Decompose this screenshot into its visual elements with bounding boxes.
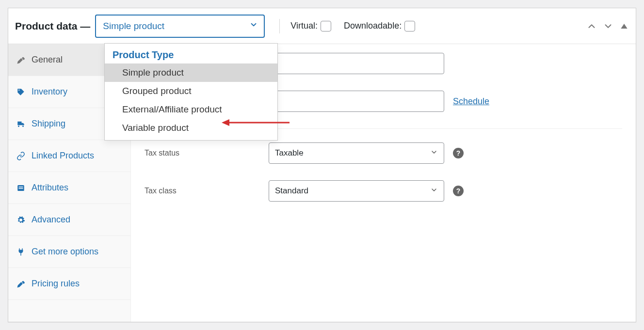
sidebar-item-pricing-rules[interactable]: Pricing rules	[8, 268, 130, 300]
list-icon	[16, 184, 26, 192]
collapse-toggle-icon[interactable]	[619, 21, 629, 31]
link-icon	[16, 152, 26, 160]
help-icon[interactable]: ?	[453, 148, 464, 158]
title-dash: —	[80, 20, 90, 32]
dropdown-group-label: Product Type	[105, 46, 277, 63]
virtual-field: Virtual:	[290, 21, 331, 31]
regular-price-input[interactable]	[269, 53, 444, 74]
sidebar-item-label: Attributes	[32, 183, 68, 193]
gear-icon	[16, 216, 26, 224]
sidebar-item-label: Linked Products	[32, 151, 94, 161]
vertical-separator	[279, 19, 280, 33]
tax-class-select[interactable]: Standard	[269, 180, 444, 202]
sidebar-item-label: Shipping	[32, 119, 65, 129]
product-type-dropdown[interactable]: Product Type Simple product Grouped prod…	[104, 43, 278, 141]
wrench-icon	[16, 280, 26, 288]
product-type-select-value: Simple product	[103, 21, 164, 31]
sidebar-item-label: Get more options	[32, 247, 98, 257]
product-type-select[interactable]: Simple product	[95, 15, 265, 38]
tax-status-value: Taxable	[275, 148, 304, 158]
panel-header: Product data — Simple product Virtual: D…	[8, 8, 636, 44]
panel-body: General Inventory Shipping Linked Produc…	[8, 44, 636, 322]
schedule-link[interactable]: Schedule	[453, 96, 489, 107]
dropdown-option-external-affiliate-product[interactable]: External/Affiliate product	[105, 100, 277, 119]
dropdown-option-grouped-product[interactable]: Grouped product	[105, 82, 277, 100]
tax-class-value: Standard	[275, 186, 308, 196]
tax-status-label: Tax status	[145, 149, 269, 157]
downloadable-checkbox[interactable]	[404, 21, 415, 31]
tax-status-row: Tax status Taxable ?	[145, 142, 622, 164]
move-up-icon[interactable]	[586, 21, 597, 31]
virtual-checkbox[interactable]	[321, 21, 331, 31]
sidebar-item-label: Inventory	[32, 87, 67, 97]
svg-rect-1	[19, 187, 23, 188]
tax-status-select[interactable]: Taxable	[269, 142, 444, 164]
chevron-down-icon	[249, 20, 258, 31]
wrench-icon	[16, 56, 26, 64]
downloadable-field: Downloadable:	[344, 21, 415, 31]
move-down-icon[interactable]	[603, 21, 613, 31]
product-data-panel: Product data — Simple product Virtual: D…	[8, 8, 636, 322]
plug-icon	[16, 248, 26, 256]
sidebar-item-label: Pricing rules	[32, 279, 80, 289]
chevron-down-icon	[430, 148, 438, 158]
sidebar-item-get-more-options[interactable]: Get more options	[8, 236, 130, 268]
panel-header-controls	[586, 21, 629, 31]
truck-icon	[16, 120, 26, 128]
dropdown-option-variable-product[interactable]: Variable product	[105, 119, 277, 137]
sidebar-item-label: General	[32, 55, 63, 65]
tax-class-label: Tax class	[145, 187, 269, 195]
dropdown-option-simple-product[interactable]: Simple product	[105, 63, 277, 82]
downloadable-label: Downloadable:	[344, 21, 402, 31]
sidebar-item-attributes[interactable]: Attributes	[8, 172, 130, 204]
panel-title: Product data	[15, 20, 77, 32]
sidebar-item-label: Advanced	[32, 215, 70, 225]
sale-price-input[interactable]	[269, 91, 444, 112]
tax-class-row: Tax class Standard ?	[145, 180, 622, 202]
tag-icon	[16, 88, 26, 96]
chevron-down-icon	[430, 186, 438, 196]
svg-rect-2	[19, 188, 23, 189]
virtual-label: Virtual:	[290, 21, 318, 31]
sidebar-item-advanced[interactable]: Advanced	[8, 204, 130, 236]
help-icon[interactable]: ?	[453, 186, 464, 196]
sidebar-item-linked-products[interactable]: Linked Products	[8, 140, 130, 172]
